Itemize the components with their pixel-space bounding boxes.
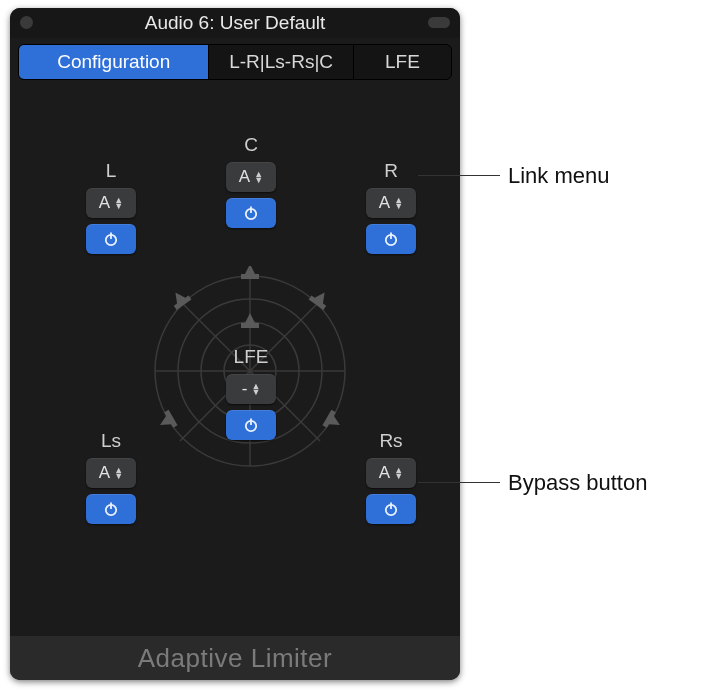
stepper-icon: ▲▼ xyxy=(254,171,263,183)
channel-L: L A ▲▼ xyxy=(78,160,144,254)
link-menu-value: A xyxy=(379,193,390,213)
tab-configuration[interactable]: Configuration xyxy=(19,45,209,79)
surround-area: L A ▲▼ C A ▲▼ xyxy=(10,80,460,620)
channel-LFE: LFE - ▲▼ xyxy=(218,346,284,440)
callout-link-menu: Link menu xyxy=(508,163,610,189)
power-icon xyxy=(383,231,399,247)
channel-label-LFE: LFE xyxy=(234,346,269,368)
stepper-icon: ▲▼ xyxy=(114,197,123,209)
link-menu-LFE[interactable]: - ▲▼ xyxy=(226,374,276,404)
titlebar: Audio 6: User Default xyxy=(10,8,460,38)
channel-label-C: C xyxy=(244,134,258,156)
bypass-button-C[interactable] xyxy=(226,198,276,228)
link-menu-Ls[interactable]: A ▲▼ xyxy=(86,458,136,488)
power-icon xyxy=(383,501,399,517)
callout-line xyxy=(418,175,500,176)
stepper-icon: ▲▼ xyxy=(114,467,123,479)
titlebar-pill-icon xyxy=(428,17,450,28)
link-menu-L[interactable]: A ▲▼ xyxy=(86,188,136,218)
channel-label-L: L xyxy=(106,160,117,182)
channel-label-R: R xyxy=(384,160,398,182)
plugin-window: Audio 6: User Default Configuration L-R|… xyxy=(10,8,460,680)
channel-Ls: Ls A ▲▼ xyxy=(78,430,144,524)
stepper-icon: ▲▼ xyxy=(394,197,403,209)
bypass-button-R[interactable] xyxy=(366,224,416,254)
bypass-button-L[interactable] xyxy=(86,224,136,254)
plugin-name-label: Adaptive Limiter xyxy=(10,636,460,680)
channel-label-Rs: Rs xyxy=(379,430,402,452)
bypass-button-LFE[interactable] xyxy=(226,410,276,440)
channel-Rs: Rs A ▲▼ xyxy=(358,430,424,524)
window-title: Audio 6: User Default xyxy=(10,12,460,34)
tab-lfe[interactable]: LFE xyxy=(354,45,451,79)
callout-bypass-button: Bypass button xyxy=(508,470,647,496)
link-menu-value: A xyxy=(379,463,390,483)
stepper-icon: ▲▼ xyxy=(394,467,403,479)
channel-R: R A ▲▼ xyxy=(358,160,424,254)
link-menu-value: A xyxy=(99,463,110,483)
callout-line xyxy=(418,482,500,483)
channel-C: C A ▲▼ xyxy=(218,134,284,228)
link-menu-value: A xyxy=(99,193,110,213)
close-icon[interactable] xyxy=(20,16,33,29)
channel-label-Ls: Ls xyxy=(101,430,121,452)
bypass-button-Ls[interactable] xyxy=(86,494,136,524)
link-menu-Rs[interactable]: A ▲▼ xyxy=(366,458,416,488)
stepper-icon: ▲▼ xyxy=(251,383,260,395)
power-icon xyxy=(243,417,259,433)
link-menu-R[interactable]: A ▲▼ xyxy=(366,188,416,218)
bypass-button-Rs[interactable] xyxy=(366,494,416,524)
power-icon xyxy=(103,501,119,517)
link-menu-value: - xyxy=(242,379,248,399)
tab-lr-lsrs-c[interactable]: L-R|Ls-Rs|C xyxy=(209,45,353,79)
link-menu-C[interactable]: A ▲▼ xyxy=(226,162,276,192)
power-icon xyxy=(243,205,259,221)
tab-bar: Configuration L-R|Ls-Rs|C LFE xyxy=(18,44,452,80)
link-menu-value: A xyxy=(239,167,250,187)
power-icon xyxy=(103,231,119,247)
